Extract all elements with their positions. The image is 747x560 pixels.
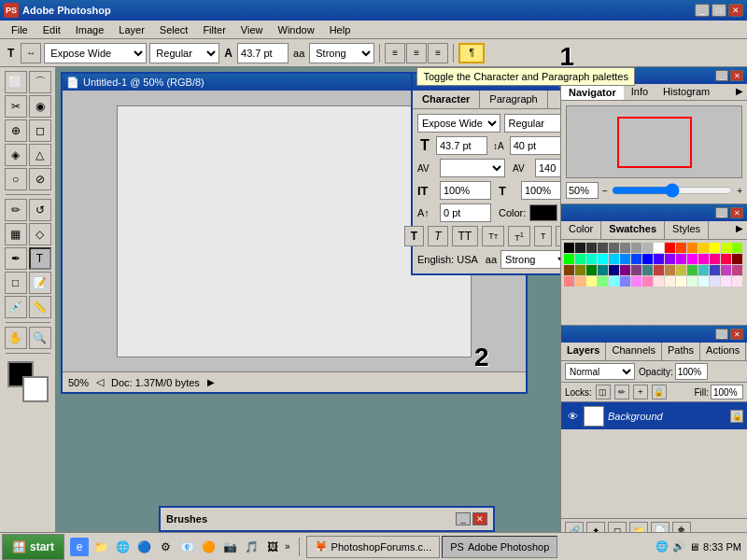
color-swatch[interactable]: [676, 276, 686, 287]
color-swatch[interactable]: [609, 243, 619, 253]
lasso-tool[interactable]: ⌒: [29, 71, 51, 93]
antialiasing-select[interactable]: Strong None Sharp Crisp Smooth: [309, 43, 374, 63]
color-swatch[interactable]: [665, 265, 675, 275]
char-color-swatch[interactable]: [529, 204, 557, 221]
color-swatch[interactable]: [575, 243, 585, 253]
char-leading-input[interactable]: [510, 136, 560, 155]
style-smallcaps-btn[interactable]: TT: [482, 226, 504, 246]
menu-window[interactable]: Window: [271, 22, 322, 37]
color-swatch[interactable]: [676, 265, 686, 275]
char-aa-select[interactable]: Strong None Sharp Crisp Smooth: [500, 250, 560, 269]
color-swatch[interactable]: [586, 243, 597, 253]
zoom-out-icon[interactable]: −: [602, 186, 608, 196]
color-swatch[interactable]: [721, 254, 731, 264]
color-swatch[interactable]: [586, 276, 597, 287]
color-swatch[interactable]: [609, 276, 619, 287]
color-swatch[interactable]: [620, 243, 630, 253]
lock-position-btn[interactable]: +: [633, 385, 648, 399]
color-swatch[interactable]: [598, 243, 608, 253]
color-swatch[interactable]: [620, 265, 630, 275]
align-left-btn[interactable]: ≡: [385, 43, 405, 63]
zoom-in-icon[interactable]: +: [737, 186, 742, 196]
fill-input[interactable]: [711, 385, 743, 399]
opacity-input[interactable]: [675, 363, 708, 380]
char-tracking-input[interactable]: [535, 159, 560, 177]
nav-zoom-slider[interactable]: [612, 184, 733, 197]
tab-histogram[interactable]: Histogram: [655, 84, 717, 100]
color-swatch[interactable]: [609, 254, 619, 264]
healing-tool[interactable]: ◉: [29, 95, 51, 118]
clone-tool[interactable]: ⊕: [5, 119, 27, 142]
task-forums[interactable]: 🦊 PhotoshopForums.c...: [306, 536, 441, 558]
color-swatch[interactable]: [564, 243, 574, 253]
color-swatch[interactable]: [642, 265, 653, 275]
nav-panel-close[interactable]: ✕: [730, 70, 743, 81]
color-swatch[interactable]: [687, 276, 698, 287]
color-swatch[interactable]: [710, 265, 720, 275]
layer-row-background[interactable]: 👁 Background 🔒: [561, 402, 747, 430]
align-right-btn[interactable]: ≡: [428, 43, 448, 63]
color-swatch[interactable]: [676, 254, 686, 264]
color-swatch[interactable]: [575, 254, 585, 264]
tab-layers[interactable]: Layers: [561, 343, 606, 360]
tab-character[interactable]: Character: [413, 91, 480, 108]
char-font-size-input[interactable]: [436, 136, 487, 155]
menu-image[interactable]: Image: [68, 22, 112, 37]
tab-channels[interactable]: Channels: [606, 343, 661, 360]
tab-styles[interactable]: Styles: [665, 221, 709, 239]
color-swatch[interactable]: [687, 254, 698, 264]
align-center-btn[interactable]: ≡: [406, 43, 427, 63]
icon-8[interactable]: 📷: [220, 538, 239, 556]
color-swatch[interactable]: [642, 254, 653, 264]
color-swatch[interactable]: [631, 243, 641, 253]
color-swatch[interactable]: [654, 265, 664, 275]
color-swatch[interactable]: [564, 265, 574, 275]
icon-3[interactable]: 🌐: [113, 538, 132, 556]
color-swatch[interactable]: [732, 276, 742, 287]
color-swatch[interactable]: [665, 276, 675, 287]
notes-tool[interactable]: 📝: [29, 272, 51, 294]
font-style-select[interactable]: Regular: [149, 43, 219, 63]
taskbar-icon-monitor[interactable]: 🖥: [689, 541, 699, 553]
char-font-style[interactable]: Regular: [504, 114, 561, 133]
menu-file[interactable]: File: [4, 22, 35, 37]
tab-actions[interactable]: Actions: [700, 343, 746, 360]
color-swatch[interactable]: [710, 243, 720, 253]
tab-paths[interactable]: Paths: [662, 343, 700, 360]
color-swatch[interactable]: [687, 243, 698, 253]
hand-tool[interactable]: ✋: [5, 327, 27, 349]
icon-9[interactable]: 🎵: [242, 538, 261, 556]
color-swatch[interactable]: [676, 243, 686, 253]
paint-bucket-tool[interactable]: ◈: [5, 144, 27, 166]
color-swatch[interactable]: [631, 254, 641, 264]
text-tool[interactable]: T: [29, 247, 51, 270]
style-super-btn[interactable]: T1: [508, 226, 530, 246]
color-swatch[interactable]: [642, 243, 653, 253]
color-swatch[interactable]: [654, 243, 664, 253]
color-swatch[interactable]: [564, 254, 574, 264]
tab-info[interactable]: Info: [624, 84, 655, 100]
ie-icon[interactable]: e: [70, 538, 89, 556]
font-size-input[interactable]: [237, 43, 289, 63]
sharpen-tool[interactable]: ◇: [29, 223, 51, 245]
tab-paragraph[interactable]: Paragraph: [480, 91, 547, 108]
color-swatch[interactable]: [732, 254, 742, 264]
style-sub-btn[interactable]: T: [534, 226, 553, 246]
color-menu-btn[interactable]: ▶: [732, 221, 747, 239]
color-swatch[interactable]: [654, 276, 664, 287]
icon-5[interactable]: ⚙: [156, 538, 175, 556]
taskbar-icon-connection[interactable]: 🌐: [655, 540, 669, 553]
move-text-btn[interactable]: ↔: [21, 43, 41, 63]
menu-view[interactable]: View: [233, 22, 271, 37]
color-swatch[interactable]: [687, 265, 698, 275]
menu-layer[interactable]: Layer: [111, 22, 152, 37]
explorer-icon[interactable]: 📁: [92, 538, 110, 556]
char-scale-v-input[interactable]: [440, 181, 491, 200]
layers-panel-min[interactable]: _: [715, 329, 728, 340]
eyedropper-tool[interactable]: 💉: [5, 296, 27, 318]
color-swatch[interactable]: [631, 265, 641, 275]
color-swatch[interactable]: [642, 276, 653, 287]
char-baseline-input[interactable]: [440, 203, 491, 222]
color-swatch[interactable]: [654, 254, 664, 264]
toggle-char-panel-btn[interactable]: ¶: [458, 43, 485, 63]
